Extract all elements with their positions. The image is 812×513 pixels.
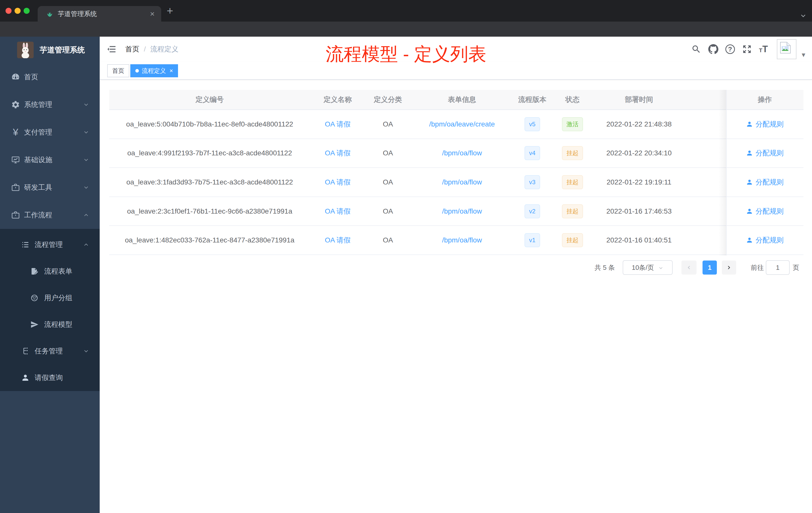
avatar[interactable] xyxy=(777,39,796,59)
col-definition-id: 定义编号 xyxy=(109,95,310,104)
tag-active-label: 流程定义 xyxy=(142,67,166,75)
active-tag-dot xyxy=(135,69,139,72)
chevron-down-icon xyxy=(83,129,89,135)
navbar-actions: ? TT ▼ xyxy=(691,37,812,62)
caret-down-icon[interactable]: ▼ xyxy=(801,52,807,58)
col-definition-category: 定义分类 xyxy=(365,95,410,104)
browser-tab-strip: 芋道管理系统 × + xyxy=(0,0,812,22)
tab-search-chevron-icon[interactable] xyxy=(800,12,807,20)
status-badge: 激活 xyxy=(562,117,583,131)
sidebar-item-label: 请假查询 xyxy=(35,373,63,383)
screen: 芋道管理系统 × + 不安全 dashboard.yudao.iocoder.c… xyxy=(0,0,812,513)
chevron-down-icon xyxy=(83,348,89,354)
sidebar-logo: 芋道管理系统 xyxy=(0,37,100,63)
tab-close-icon[interactable]: × xyxy=(150,10,155,18)
page-size-select[interactable]: 10条/页 xyxy=(623,260,673,275)
app-title: 芋道管理系统 xyxy=(40,37,85,63)
chevron-up-icon xyxy=(83,241,89,248)
app-logo-rabbit-avatar xyxy=(17,42,34,58)
goto-label: 前往 xyxy=(751,263,764,272)
font-size-icon[interactable]: TT xyxy=(759,44,768,55)
col-status: 状态 xyxy=(551,95,594,104)
sidebar-item-process-form[interactable]: 流程表单 xyxy=(0,258,100,284)
next-page-button[interactable] xyxy=(722,261,736,275)
definition-category: OA xyxy=(365,120,410,128)
sidebar-item-process-management[interactable]: 流程管理 xyxy=(0,232,100,258)
definition-id: oa_leave:2:3c1f0ef1-76b1-11ec-9c66-a2380… xyxy=(109,207,310,215)
sidebar-item-user-group[interactable]: 用户分组 xyxy=(0,284,100,311)
sidebar-collapse-icon[interactable] xyxy=(107,44,117,54)
table-row: oa_leave:4:991f2193-7b7f-11ec-a3c8-acde4… xyxy=(109,139,804,168)
sidebar-item-label: 研发工具 xyxy=(24,183,52,192)
user-icon xyxy=(746,121,753,128)
dashboard-icon xyxy=(11,72,20,82)
definition-name-link[interactable]: OA 请假 xyxy=(325,148,351,158)
page-number-1[interactable]: 1 xyxy=(702,261,717,275)
sidebar-item-task-management[interactable]: 任务管理 xyxy=(0,338,100,364)
sidebar-menu: 首页 系统管理 ¥ 支付管理 基础设施 xyxy=(0,63,100,229)
form-link[interactable]: /bpm/oa/leave/create xyxy=(429,120,495,128)
sidebar-item-workflow[interactable]: 工作流程 xyxy=(0,201,100,229)
sidebar-item-process-model[interactable]: 流程模型 xyxy=(0,311,100,338)
user-icon xyxy=(746,208,753,215)
search-icon[interactable] xyxy=(691,44,701,54)
definition-name-link[interactable]: OA 请假 xyxy=(325,207,351,216)
assign-rule-button[interactable]: 分配规则 xyxy=(746,119,784,129)
tag-home[interactable]: 首页 xyxy=(107,64,129,77)
fullscreen-icon[interactable] xyxy=(742,44,752,54)
form-link[interactable]: /bpm/oa/flow xyxy=(442,149,482,157)
status-badge: 挂起 xyxy=(562,204,583,218)
definition-name-link[interactable]: OA 请假 xyxy=(325,177,351,187)
sidebar-item-dev-tools[interactable]: 研发工具 xyxy=(0,174,100,201)
help-icon[interactable]: ? xyxy=(725,44,735,54)
new-tab-button[interactable]: + xyxy=(167,4,173,17)
assign-rule-button[interactable]: 分配规则 xyxy=(746,177,784,187)
chevron-down-icon xyxy=(83,184,89,191)
gear-icon xyxy=(11,100,20,109)
prev-page-button[interactable] xyxy=(682,261,696,275)
sidebar-item-label: 流程表单 xyxy=(44,267,72,276)
window-zoom-button[interactable] xyxy=(24,8,30,14)
definition-id: oa_leave:1:482ec033-762a-11ec-8477-a2380… xyxy=(109,236,310,244)
sidebar-item-label: 首页 xyxy=(24,72,38,82)
chevron-down-icon xyxy=(83,157,89,163)
definition-name-link[interactable]: OA 请假 xyxy=(325,235,351,245)
definition-id: oa_leave:3:1fad3d93-7b75-11ec-a3c8-acde4… xyxy=(109,178,310,186)
github-icon[interactable] xyxy=(708,44,718,54)
definition-name-link[interactable]: OA 请假 xyxy=(325,119,351,129)
sidebar-item-payment[interactable]: ¥ 支付管理 xyxy=(0,118,100,146)
col-action: 操作 xyxy=(726,95,804,104)
sidebar-item-system[interactable]: 系统管理 xyxy=(0,91,100,118)
sidebar-submenu-workflow: 流程管理 流程表单 用户分组 流程模型 xyxy=(0,229,100,391)
form-link[interactable]: /bpm/oa/flow xyxy=(442,236,482,244)
sidebar-item-home[interactable]: 首页 xyxy=(0,63,100,91)
sidebar-item-label: 流程管理 xyxy=(35,240,63,249)
assign-rule-button[interactable]: 分配规则 xyxy=(746,207,784,216)
assign-rule-button[interactable]: 分配规则 xyxy=(746,235,784,245)
tag-process-definition[interactable]: 流程定义 × xyxy=(130,64,178,77)
sidebar-item-leave-query[interactable]: 请假查询 xyxy=(0,364,100,391)
table-header-row: 定义编号 定义名称 定义分类 表单信息 流程版本 状态 部署时间 操作 xyxy=(109,90,804,110)
version-badge: v5 xyxy=(524,117,540,131)
browser-tab[interactable]: 芋道管理系统 × xyxy=(38,6,161,22)
chevron-right-icon xyxy=(726,265,732,271)
window-minimize-button[interactable] xyxy=(14,8,21,14)
form-link[interactable]: /bpm/oa/flow xyxy=(442,178,482,186)
deploy-time: 2022-01-22 21:48:38 xyxy=(594,120,684,128)
definition-table: 定义编号 定义名称 定义分类 表单信息 流程版本 状态 部署时间 操作 oa_l… xyxy=(109,90,804,255)
broken-image-icon xyxy=(779,41,792,54)
tag-close-icon[interactable]: × xyxy=(170,67,173,74)
briefcase-icon xyxy=(11,211,20,220)
assign-rule-button[interactable]: 分配规则 xyxy=(746,148,784,158)
deploy-time: 2022-01-22 19:19:11 xyxy=(594,178,684,186)
window-close-button[interactable] xyxy=(5,8,11,14)
definition-id: oa_leave:4:991f2193-7b7f-11ec-a3c8-acde4… xyxy=(109,149,310,157)
sidebar-item-infrastructure[interactable]: 基础设施 xyxy=(0,146,100,174)
sidebar-item-label: 基础设施 xyxy=(24,155,52,164)
col-definition-name: 定义名称 xyxy=(310,95,365,104)
goto-page-input[interactable] xyxy=(766,260,790,275)
breadcrumb-home[interactable]: 首页 xyxy=(125,44,139,54)
version-badge: v2 xyxy=(524,204,540,218)
status-badge: 挂起 xyxy=(562,233,583,247)
form-link[interactable]: /bpm/oa/flow xyxy=(442,207,482,215)
